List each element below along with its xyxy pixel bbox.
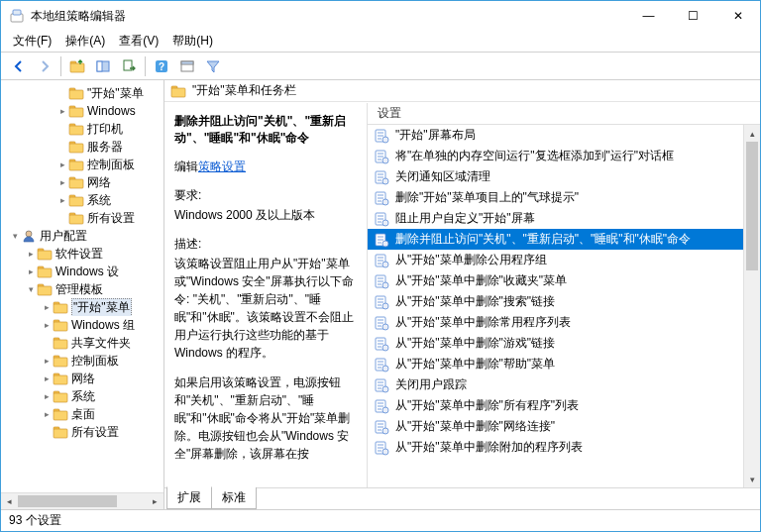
tree-pane[interactable]: "开始"菜单 ▸Windows 打印机 服务器 ▸控制面板 ▸网络 ▸系统 所有…: [1, 80, 164, 509]
list-row[interactable]: 从"开始"菜单中删除附加的程序列表: [368, 437, 760, 458]
settings-list-pane: 设置 "开始"屏幕布局将"在单独的内存空间运行"复选框添加到"运行"对话框关闭通…: [368, 103, 760, 487]
tree-label: 网络: [87, 174, 111, 191]
tree-item[interactable]: ▸Windows 设: [1, 263, 163, 280]
list-row[interactable]: 删除"开始"菜单项目上的"气球提示": [368, 187, 760, 208]
folder-icon: [37, 246, 53, 262]
tree-item-user-config[interactable]: ▾用户配置: [1, 227, 163, 245]
menu-help[interactable]: 帮助(H): [166, 31, 219, 52]
list-row[interactable]: 从"开始"菜单删除公用程序组: [368, 250, 760, 270]
app-icon: [9, 8, 25, 24]
list-row-label: 阻止用户自定义"开始"屏幕: [395, 210, 535, 227]
tree-item[interactable]: ▸网络: [1, 370, 163, 387]
list-row[interactable]: 关闭通知区域清理: [368, 166, 760, 187]
description-text-2: 如果启用该策略设置，电源按钮和"关机"、"重新启动"、"睡眠"和"休眠"命令将从…: [174, 373, 357, 463]
tree-item[interactable]: 打印机: [1, 120, 163, 138]
list-body[interactable]: "开始"屏幕布局将"在单独的内存空间运行"复选框添加到"运行"对话框关闭通知区域…: [368, 125, 760, 487]
show-hide-tree-button[interactable]: [91, 54, 115, 78]
maximize-button[interactable]: ☐: [671, 1, 715, 31]
back-button[interactable]: [7, 54, 31, 78]
tree-item[interactable]: ▸Windows: [1, 102, 163, 120]
minimize-button[interactable]: —: [626, 1, 671, 31]
menu-view[interactable]: 查看(V): [113, 31, 164, 52]
requirement-label: 要求:: [174, 187, 357, 204]
scroll-left-button[interactable]: ◂: [1, 493, 18, 509]
tree[interactable]: "开始"菜单 ▸Windows 打印机 服务器 ▸控制面板 ▸网络 ▸系统 所有…: [1, 80, 163, 445]
tree-item-selected[interactable]: ▸"开始"菜单: [1, 298, 163, 316]
list-row[interactable]: 从"开始"菜单中删除"收藏夹"菜单: [368, 270, 760, 291]
tree-label: 服务器: [87, 139, 123, 156]
tree-item[interactable]: ▸软件设置: [1, 245, 163, 263]
tree-label: 控制面板: [71, 353, 119, 370]
scroll-down-button[interactable]: ▾: [744, 471, 760, 487]
list-row[interactable]: 从"开始"菜单中删除"所有程序"列表: [368, 395, 760, 416]
list-row[interactable]: 关闭用户跟踪: [368, 374, 760, 395]
policy-icon: [374, 232, 389, 248]
folder-icon: [37, 281, 53, 297]
right-header: "开始"菜单和任务栏: [164, 80, 760, 102]
tree-item[interactable]: ▸控制面板: [1, 352, 163, 370]
tree-label: Windows 设: [55, 264, 119, 280]
list-row[interactable]: 从"开始"菜单中删除常用程序列表: [368, 312, 760, 333]
scroll-thumb[interactable]: [18, 495, 117, 507]
tree-item[interactable]: 共享文件夹: [1, 334, 163, 352]
scroll-track[interactable]: [744, 142, 760, 471]
tree-item[interactable]: ▸系统: [1, 387, 163, 405]
close-button[interactable]: ✕: [715, 1, 760, 31]
folder-icon: [37, 264, 53, 279]
list-row[interactable]: 从"开始"菜单中删除"搜索"链接: [368, 291, 760, 312]
tree-item[interactable]: 服务器: [1, 138, 163, 156]
edit-label: 编辑: [174, 160, 198, 173]
tree-item[interactable]: ▸桌面: [1, 405, 163, 423]
list-row[interactable]: 从"开始"菜单中删除"网络连接": [368, 416, 760, 437]
tree-item[interactable]: ▸控制面板: [1, 156, 163, 173]
scroll-track[interactable]: [18, 493, 147, 509]
list-row[interactable]: 删除并阻止访问"关机"、"重新启动"、"睡眠"和"休眠"命令: [368, 229, 760, 250]
folder-icon: [170, 83, 186, 99]
export-button[interactable]: [117, 54, 141, 78]
policy-icon: [374, 273, 389, 289]
list-row[interactable]: 将"在单独的内存空间运行"复选框添加到"运行"对话框: [368, 146, 760, 166]
list-column-header[interactable]: 设置: [368, 103, 760, 125]
filter-button[interactable]: [201, 54, 225, 78]
tree-item[interactable]: ▸网络: [1, 173, 163, 191]
tree-scrollbar-horizontal[interactable]: ◂ ▸: [1, 492, 163, 509]
user-icon: [21, 228, 37, 244]
scroll-thumb[interactable]: [746, 142, 758, 270]
properties-button[interactable]: [175, 54, 199, 78]
tree-label: Windows: [87, 104, 136, 118]
menu-action[interactable]: 操作(A): [59, 31, 111, 52]
scroll-right-button[interactable]: ▸: [147, 493, 163, 509]
tree-label: 所有设置: [71, 424, 119, 441]
tree-item[interactable]: 所有设置: [1, 209, 163, 227]
list-scrollbar-vertical[interactable]: ▴ ▾: [743, 125, 760, 487]
list-row[interactable]: 阻止用户自定义"开始"屏幕: [368, 208, 760, 229]
folder-icon: [68, 192, 84, 208]
up-button[interactable]: [65, 54, 89, 78]
folder-icon: [68, 157, 84, 172]
tree-item[interactable]: ▸系统: [1, 191, 163, 209]
svg-rect-16: [181, 61, 193, 64]
forward-button[interactable]: [33, 54, 56, 78]
edit-link-row: 编辑策略设置: [174, 159, 357, 175]
tab-standard[interactable]: 标准: [211, 487, 257, 509]
folder-icon: [68, 121, 84, 137]
titlebar[interactable]: 本地组策略编辑器 — ☐ ✕: [1, 1, 760, 31]
tree-label: 共享文件夹: [71, 335, 131, 352]
tree-item[interactable]: ▸Windows 组: [1, 316, 163, 334]
tree-item-admin-templates[interactable]: ▾管理模板: [1, 280, 163, 298]
status-text: 93 个设置: [9, 512, 61, 529]
list-row[interactable]: 从"开始"菜单中删除"帮助"菜单: [368, 354, 760, 374]
tree-item[interactable]: 所有设置: [1, 423, 163, 441]
policy-icon: [374, 336, 389, 352]
tab-extended[interactable]: 扩展: [166, 486, 212, 509]
list-row[interactable]: "开始"屏幕布局: [368, 125, 760, 146]
scroll-up-button[interactable]: ▴: [744, 125, 760, 142]
tree-item[interactable]: "开始"菜单: [1, 84, 163, 102]
tree-label: 系统: [87, 192, 111, 209]
list-row[interactable]: 从"开始"菜单中删除"游戏"链接: [368, 333, 760, 354]
help-button[interactable]: ?: [150, 54, 173, 78]
edit-policy-link[interactable]: 策略设置: [198, 160, 246, 173]
window-frame: 本地组策略编辑器 — ☐ ✕ 文件(F) 操作(A) 查看(V) 帮助(H) ?…: [0, 0, 761, 532]
menu-file[interactable]: 文件(F): [7, 31, 57, 52]
list-row-label: 从"开始"菜单中删除"所有程序"列表: [395, 397, 579, 414]
